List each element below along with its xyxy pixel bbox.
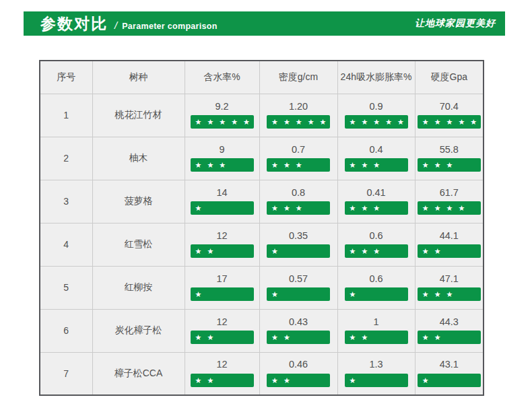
metric-cell: 0.9★★★★★ (337, 94, 415, 137)
metric-cell: 17★ (185, 266, 259, 309)
star-rating-bar: ★★ (345, 331, 408, 344)
star-rating-bar: ★ (267, 287, 330, 301)
metric-cell: 0.6★★★ (337, 223, 415, 266)
metric-cell: 1.20★★★★★ (259, 94, 337, 137)
metric-value: 0.35 (260, 231, 337, 242)
star-rating-bar: ★★ (418, 244, 481, 258)
metric-value: 55.8 (415, 145, 484, 156)
metric-cell: 0.35★ (259, 223, 337, 266)
species-cell: 菠萝格 (92, 180, 185, 223)
star-icon: ★ (434, 118, 441, 126)
metric-value: 1.3 (338, 359, 415, 370)
star-icon: ★ (350, 205, 356, 212)
star-icon: ★ (350, 118, 356, 126)
star-icon: ★ (373, 162, 380, 169)
metric-cell: 0.43★★ (259, 309, 337, 352)
page-title: 参数对比 / Parameter comparison (40, 13, 218, 34)
star-icon: ★ (385, 118, 392, 126)
metric-value: 12 (185, 231, 259, 242)
row-index-cell: 7 (40, 352, 92, 395)
star-icon: ★ (361, 248, 368, 255)
metric-cell: 9.2★★★★★ (185, 94, 259, 137)
star-icon: ★ (422, 118, 429, 126)
star-icon: ★ (422, 205, 429, 212)
metric-cell: 0.6★ (337, 266, 415, 309)
row-index-cell: 6 (40, 309, 92, 352)
star-icon: ★ (195, 291, 202, 298)
metric-cell: 55.8★★★ (415, 137, 484, 180)
metric-cell: 43.1★ (415, 352, 484, 395)
star-icon: ★ (207, 334, 213, 341)
column-header-0: 序号 (40, 61, 92, 94)
star-icon: ★ (350, 334, 356, 341)
star-icon: ★ (434, 291, 441, 298)
star-rating-bar: ★★ (267, 331, 330, 344)
star-icon: ★ (207, 248, 213, 255)
header-banner: 参数对比 / Parameter comparison 让地球家园更美好 (24, 11, 505, 36)
star-rating-bar: ★★★ (345, 201, 408, 215)
table-header: 序号树种含水率%密度g/cm24h吸水膨胀率%硬度Gpa (40, 61, 484, 94)
parameter-comparison-table: 序号树种含水率%密度g/cm24h吸水膨胀率%硬度Gpa 1桃花江竹材9.2★★… (39, 60, 484, 396)
metric-cell: 44.3★★ (415, 309, 484, 352)
star-icon: ★ (195, 377, 202, 384)
star-rating-bar: ★ (345, 374, 408, 387)
star-icon: ★ (350, 248, 356, 255)
metric-value: 47.1 (415, 274, 484, 285)
metric-value: 0.4 (338, 145, 415, 156)
star-icon: ★ (361, 118, 368, 126)
star-rating-bar: ★★★★ (418, 201, 481, 215)
star-icon: ★ (296, 118, 302, 126)
table-row: 5红柳按17★0.57★0.6★47.1★★★ (40, 266, 484, 309)
species-cell: 樟子松CCA (92, 352, 185, 395)
species-cell: 红雪松 (92, 223, 185, 266)
metric-value: 0.57 (260, 274, 337, 285)
star-icon: ★ (361, 162, 368, 169)
table-body: 1桃花江竹材9.2★★★★★1.20★★★★★0.9★★★★★70.4★★★★★… (40, 94, 484, 395)
species-cell: 红柳按 (92, 266, 185, 309)
star-icon: ★ (422, 334, 429, 341)
title-separator: / (114, 20, 117, 31)
star-icon: ★ (219, 162, 226, 169)
metric-value: 61.7 (415, 188, 484, 199)
star-icon: ★ (207, 162, 213, 169)
star-rating-bar: ★★★★★ (418, 115, 481, 129)
column-header-5: 硬度Gpa (415, 61, 484, 94)
star-icon: ★ (271, 118, 278, 126)
metric-cell: 12★★ (185, 309, 259, 352)
page: 参数对比 / Parameter comparison 让地球家园更美好 序号树… (0, 0, 532, 412)
metric-cell: 0.46★★ (259, 352, 337, 395)
star-icon: ★ (195, 334, 202, 341)
star-icon: ★ (350, 291, 356, 298)
row-index-cell: 3 (40, 180, 92, 223)
star-rating-bar: ★★★ (418, 287, 481, 301)
column-header-2: 含水率% (185, 61, 259, 94)
header-row: 序号树种含水率%密度g/cm24h吸水膨胀率%硬度Gpa (40, 61, 484, 94)
star-icon: ★ (446, 118, 453, 126)
star-icon: ★ (243, 118, 250, 126)
metric-cell: 0.7★★★ (259, 137, 337, 180)
metric-value: 1.20 (260, 102, 337, 112)
star-icon: ★ (207, 118, 213, 126)
metric-value: 0.6 (338, 274, 415, 285)
star-icon: ★ (446, 162, 453, 169)
metric-cell: 9★★★ (185, 137, 259, 180)
row-index-cell: 4 (40, 223, 92, 266)
star-rating-bar: ★ (191, 201, 254, 215)
metric-value: 44.3 (415, 317, 484, 328)
metric-value: 9 (185, 145, 259, 156)
star-icon: ★ (284, 118, 290, 126)
slogan-text: 让地球家园更美好 (415, 18, 496, 30)
star-icon: ★ (361, 334, 368, 341)
metric-cell: 1.3★ (337, 352, 415, 395)
metric-value: 70.4 (415, 102, 484, 112)
metric-cell: 0.4★★★ (337, 137, 415, 180)
star-icon: ★ (271, 334, 278, 341)
star-icon: ★ (219, 118, 226, 126)
metric-cell: 47.1★★★ (415, 266, 484, 309)
column-header-4: 24h吸水膨胀率% (337, 61, 415, 94)
star-icon: ★ (397, 118, 404, 126)
star-rating-bar: ★ (418, 374, 481, 387)
star-icon: ★ (195, 205, 202, 212)
table-row: 7樟子松CCA12★★0.46★★1.3★43.1★ (40, 352, 484, 395)
star-rating-bar: ★★ (191, 244, 254, 258)
